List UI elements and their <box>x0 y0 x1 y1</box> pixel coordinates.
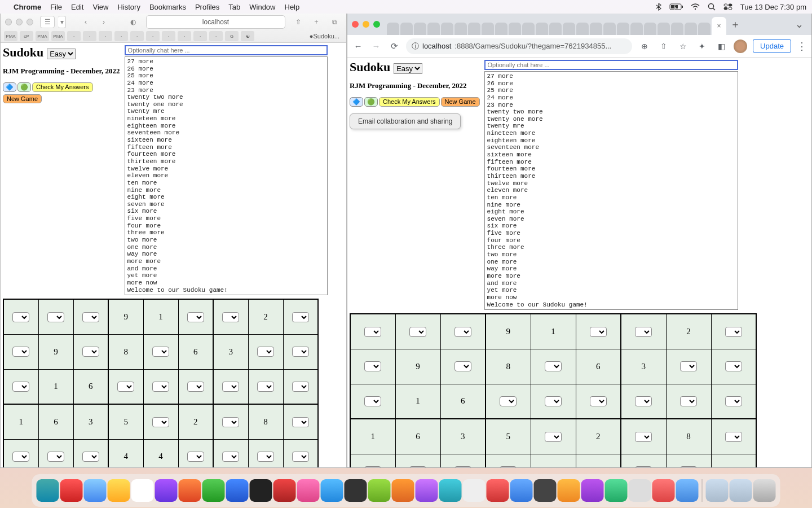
bookmark-icon[interactable]: ☯ <box>241 31 254 41</box>
bookmark-icon[interactable]: · <box>114 31 128 41</box>
dock-app-icon[interactable] <box>392 479 414 502</box>
sudoku-cell-select[interactable] <box>635 432 652 442</box>
sudoku-cell-select[interactable] <box>187 382 204 392</box>
safari-shield-icon[interactable]: ◐ <box>126 16 140 28</box>
sudoku-cell-select[interactable] <box>725 432 742 442</box>
sudoku-cell-select[interactable] <box>222 312 239 322</box>
chrome-new-tab-button[interactable]: ＋ <box>727 17 743 31</box>
safari-forward-button[interactable]: › <box>96 16 111 28</box>
menubar-clock[interactable]: Tue 13 Dec 7:30 pm <box>740 3 806 11</box>
sudoku-cell-select[interactable] <box>590 396 607 406</box>
sudoku-cell-select[interactable] <box>590 327 607 337</box>
chrome-tab[interactable] <box>468 23 480 35</box>
safari-share-button[interactable]: ⇧ <box>291 16 306 28</box>
chrome-tab[interactable] <box>509 23 521 35</box>
chrome-tab[interactable] <box>644 23 656 35</box>
sudoku-cell-select[interactable] <box>257 382 274 392</box>
menu-tab[interactable]: Tab <box>228 3 240 11</box>
chrome-tab[interactable] <box>522 23 535 35</box>
sudoku-cell-select[interactable] <box>635 396 652 406</box>
sudoku-cell-select[interactable] <box>409 327 426 337</box>
share-icon[interactable]: ⇧ <box>657 40 670 53</box>
bookmark-icon[interactable]: cP <box>20 31 33 41</box>
sudoku-cell-select[interactable] <box>364 466 381 467</box>
close-tab-icon[interactable]: × <box>717 22 721 30</box>
bookmark-icon[interactable]: · <box>209 31 223 41</box>
bookmark-icon[interactable]: PMA <box>36 31 49 41</box>
app-menu[interactable]: Chrome <box>14 3 41 11</box>
sudoku-cell-select[interactable] <box>152 347 169 357</box>
sudoku-cell-select[interactable] <box>82 452 99 462</box>
chrome-reload-button[interactable]: ⟳ <box>388 40 400 52</box>
site-info-icon[interactable]: ⓘ <box>412 41 419 51</box>
safari-back-button[interactable]: ‹ <box>78 16 93 28</box>
bookmark-icon[interactable]: PMA <box>51 31 65 41</box>
menu-help[interactable]: Help <box>285 3 300 11</box>
dock-trash-icon[interactable] <box>753 479 776 502</box>
dock-app-icon[interactable] <box>226 479 249 502</box>
update-button[interactable]: Update <box>753 39 791 53</box>
check-answers-button[interactable]: Check My Answers <box>32 82 93 92</box>
sudoku-cell-select[interactable] <box>680 466 697 467</box>
sudoku-cell-select[interactable] <box>545 396 562 406</box>
sudoku-cell-select[interactable] <box>222 452 239 462</box>
chrome-address-bar[interactable]: ⓘ localhost:8888/Games/Sudoku/?thegame=7… <box>406 38 632 54</box>
chrome-tab[interactable] <box>387 23 399 35</box>
dock-app-icon[interactable] <box>439 479 462 502</box>
chrome-tab[interactable] <box>603 23 616 35</box>
sudoku-cell-select[interactable] <box>12 382 29 392</box>
chrome-tab[interactable] <box>657 23 670 35</box>
bookmark-icon[interactable]: PMA <box>4 31 17 41</box>
sudoku-cell-select[interactable] <box>680 396 697 406</box>
bookmark-icon[interactable]: G <box>225 31 239 41</box>
emoji-button-2[interactable]: 🟢 <box>364 97 378 107</box>
dock-app-icon[interactable] <box>345 479 367 502</box>
new-game-button[interactable]: New Game <box>441 97 480 107</box>
email-collab-button[interactable]: Email collaboration and sharing <box>350 113 461 129</box>
sudoku-cell-select[interactable] <box>257 452 274 462</box>
sudoku-cell-select[interactable] <box>545 432 562 442</box>
zoom-icon[interactable]: ⊕ <box>638 40 651 53</box>
dock-app-icon[interactable] <box>581 479 604 502</box>
chrome-back-button[interactable]: ← <box>352 40 364 52</box>
safari-tab-label[interactable]: ● Sudoku... <box>306 31 343 41</box>
dock-app-icon[interactable] <box>416 479 438 502</box>
dock-app-icon[interactable] <box>202 479 225 502</box>
bookmark-icon[interactable]: · <box>130 31 144 41</box>
sudoku-cell-select[interactable] <box>292 382 309 392</box>
menu-profiles[interactable]: Profiles <box>195 3 219 11</box>
dock-app-icon[interactable] <box>321 479 343 502</box>
chrome-tab[interactable] <box>414 23 426 35</box>
sudoku-cell-select[interactable] <box>725 396 742 406</box>
bluetooth-icon[interactable] <box>656 3 661 11</box>
sudoku-cell-select[interactable] <box>454 327 471 337</box>
safari-sidebar-button[interactable]: ☰ <box>40 16 55 28</box>
sudoku-cell-select[interactable] <box>725 361 742 371</box>
chrome-tab[interactable] <box>563 23 575 35</box>
dock-app-icon[interactable] <box>273 479 296 502</box>
chrome-tab[interactable] <box>495 23 508 35</box>
bookmark-icon[interactable]: · <box>162 31 175 41</box>
bookmark-star-icon[interactable]: ☆ <box>676 40 690 53</box>
bookmark-icon[interactable]: · <box>99 31 112 41</box>
chrome-traffic-lights[interactable] <box>352 21 380 28</box>
sudoku-cell-select[interactable] <box>187 312 204 322</box>
spotlight-icon[interactable] <box>708 3 716 11</box>
sudoku-cell-select[interactable] <box>364 396 381 406</box>
sudoku-cell-select[interactable] <box>222 382 239 392</box>
sudoku-cell-select[interactable] <box>725 327 742 337</box>
sudoku-cell-select[interactable] <box>187 452 204 462</box>
sudoku-cell-select[interactable] <box>454 361 471 371</box>
emoji-button-1[interactable]: 🔷 <box>350 97 363 107</box>
menu-edit[interactable]: Edit <box>71 3 83 11</box>
dock-app-icon[interactable] <box>487 479 509 502</box>
dock-app-icon[interactable] <box>534 479 557 502</box>
dock-app-icon[interactable] <box>250 479 272 502</box>
dock-app-icon[interactable] <box>558 479 580 502</box>
sudoku-cell-select[interactable] <box>12 312 29 322</box>
dock-app-icon[interactable] <box>297 479 320 502</box>
dock-app-icon[interactable] <box>652 479 675 502</box>
sudoku-cell-select[interactable] <box>12 347 29 357</box>
sudoku-cell-select[interactable] <box>545 361 562 371</box>
chrome-tab[interactable] <box>590 23 602 35</box>
